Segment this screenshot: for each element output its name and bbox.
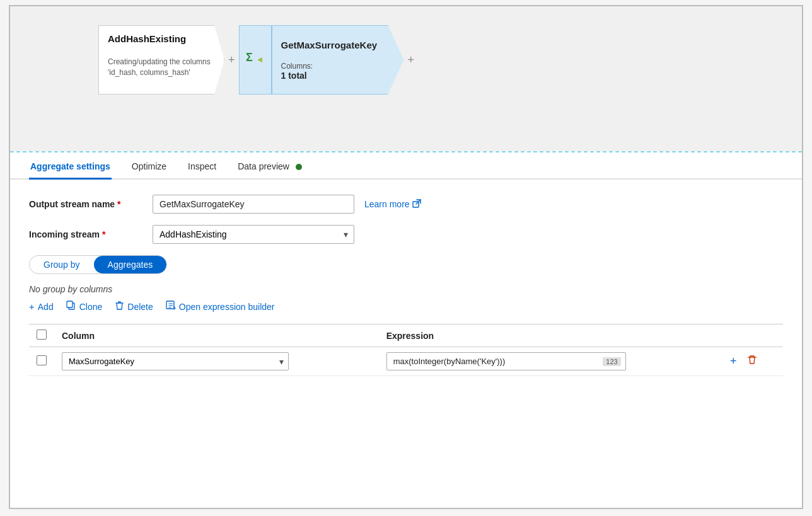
output-stream-required: * xyxy=(117,199,120,209)
svg-text:Σ: Σ xyxy=(246,51,253,64)
svg-marker-1 xyxy=(257,57,262,62)
column-header: Column xyxy=(54,324,379,347)
delete-icon xyxy=(115,301,124,312)
clone-icon xyxy=(66,301,76,312)
row-actions-cell: + xyxy=(720,347,783,376)
expression-builder-button[interactable]: Open expression builder xyxy=(166,301,275,312)
data-preview-dot xyxy=(296,164,302,170)
tab-inspect[interactable]: Inspect xyxy=(187,155,218,180)
external-link-icon xyxy=(412,199,421,210)
row-actions: + xyxy=(728,353,775,369)
row-add-button[interactable]: + xyxy=(728,353,740,369)
column-input[interactable] xyxy=(62,352,289,370)
plus-left[interactable]: + xyxy=(224,54,239,67)
delete-button[interactable]: Delete xyxy=(115,301,153,312)
incoming-stream-select-wrapper: AddHashExisting ▾ xyxy=(153,225,354,244)
header-checkbox[interactable] xyxy=(37,330,47,340)
aggregate-icon-node[interactable]: Σ xyxy=(239,25,272,95)
bottom-panel: Aggregate settings Optimize Inspect Data… xyxy=(10,152,802,508)
settings-content: Output stream name * Learn more xyxy=(10,180,802,508)
plus-right[interactable]: + xyxy=(404,54,419,67)
node2-columns-label: Columns: xyxy=(281,62,391,71)
no-group-text: No group by columns xyxy=(29,284,783,294)
clone-button[interactable]: Clone xyxy=(66,301,103,312)
group-by-toggle-btn[interactable]: Group by xyxy=(30,256,94,273)
output-stream-input[interactable] xyxy=(153,195,354,214)
node1-title: AddHashExisting xyxy=(108,33,215,44)
column-cell: ▾ xyxy=(54,347,379,376)
row-delete-button[interactable] xyxy=(745,353,760,369)
toggle-group: Group by Aggregates xyxy=(29,255,167,274)
tab-optimize[interactable]: Optimize xyxy=(130,155,168,180)
expression-wrapper: 123 xyxy=(386,352,626,370)
sigma-icon: Σ xyxy=(246,49,265,71)
tab-bar: Aggregate settings Optimize Inspect Data… xyxy=(10,155,802,180)
output-stream-label: Output stream name * xyxy=(29,199,142,209)
canvas-area: AddHashExisting Creating/updating the co… xyxy=(10,6,802,151)
incoming-stream-select[interactable]: AddHashExisting xyxy=(153,225,354,244)
learn-more-link[interactable]: Learn more xyxy=(364,199,421,210)
row-checkbox-cell xyxy=(29,347,54,376)
node1-desc: Creating/updating the columns 'id_hash, … xyxy=(108,57,215,78)
expression-cell: 123 xyxy=(379,347,720,376)
svg-rect-4 xyxy=(67,301,72,307)
incoming-stream-label: Incoming stream * xyxy=(29,229,142,239)
row-checkbox[interactable] xyxy=(37,355,47,365)
actions-header xyxy=(720,324,783,347)
node2-columns-value: 1 total xyxy=(281,71,391,81)
add-button[interactable]: + Add xyxy=(29,301,54,312)
aggregate-table: Column Expression ▾ xyxy=(29,324,783,376)
toolbar-row: + Add Clone xyxy=(29,301,783,312)
node-get-max-surrogate-key[interactable]: GetMaxSurrogateKey Columns: 1 total xyxy=(272,25,404,95)
expression-builder-icon xyxy=(166,301,176,312)
expression-type-badge: 123 xyxy=(603,357,620,366)
expression-header: Expression xyxy=(379,324,720,347)
table-row: ▾ 123 + xyxy=(29,347,783,376)
node2-title: GetMaxSurrogateKey xyxy=(281,40,391,50)
expression-input[interactable] xyxy=(386,352,626,370)
add-icon: + xyxy=(29,301,35,312)
output-stream-row: Output stream name * Learn more xyxy=(29,195,783,214)
aggregates-toggle-btn[interactable]: Aggregates xyxy=(94,256,167,273)
node-add-hash-existing[interactable]: AddHashExisting Creating/updating the co… xyxy=(98,25,224,95)
table-header-row: Column Expression xyxy=(29,324,783,347)
incoming-stream-required: * xyxy=(102,229,105,239)
column-input-wrapper: ▾ xyxy=(62,352,289,370)
header-checkbox-cell xyxy=(29,324,54,347)
incoming-stream-row: Incoming stream * AddHashExisting ▾ xyxy=(29,225,783,244)
tab-aggregate-settings[interactable]: Aggregate settings xyxy=(29,155,112,180)
canvas-nodes: AddHashExisting Creating/updating the co… xyxy=(10,6,802,95)
tab-data-preview[interactable]: Data preview xyxy=(236,155,303,180)
